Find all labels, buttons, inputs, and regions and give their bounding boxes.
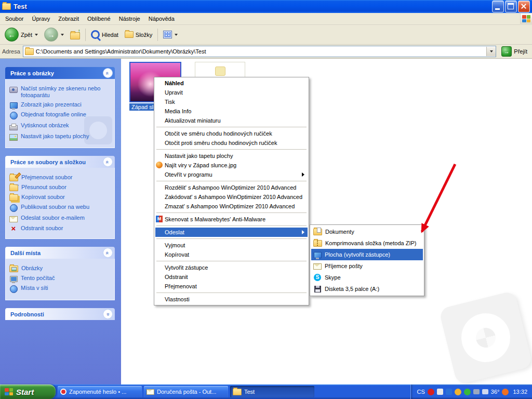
slideshow-icon: [10, 102, 18, 109]
move-icon: [9, 184, 18, 191]
menu-item-scan-virus[interactable]: Najít viry v Západ slunce.jpg: [155, 161, 308, 170]
search-label: Hledat: [102, 32, 118, 38]
task-copy-file[interactable]: Kopírovat soubor: [9, 194, 112, 201]
volume-tray-icon[interactable]: [473, 389, 480, 394]
search-icon: [91, 30, 100, 39]
network-tray-icon[interactable]: [482, 389, 488, 394]
mail-client-icon: [147, 389, 154, 395]
menu-item-ashampoo-encode[interactable]: Zakódovat' s Ashampoo WinOptimizer 2010 …: [155, 192, 308, 202]
taskbar-task-inbox[interactable]: Doručená pošta - Out...: [144, 386, 228, 397]
tray-icon-blue-z[interactable]: [446, 389, 452, 395]
menu-item-refresh-thumbnail[interactable]: Aktualizovat miniaturu: [155, 116, 308, 125]
taskbar: Start Zapomenuté heslo • ... Doručená po…: [0, 384, 532, 399]
menu-item-cut[interactable]: Vyjmout: [155, 241, 308, 250]
folders-icon: [125, 31, 134, 38]
task-print-picture[interactable]: Vytisknout obrázek: [9, 122, 112, 130]
collapse-chevron-icon[interactable]: «: [103, 68, 113, 78]
back-button[interactable]: ← Zpět: [2, 26, 41, 43]
sendto-zip-folder[interactable]: Komprimovaná složka (metoda ZIP): [311, 237, 423, 249]
task-view-slideshow[interactable]: Zobrazit jako prezentaci: [9, 101, 112, 109]
place-network[interactable]: Místa v síti: [9, 285, 112, 293]
forward-dropdown-icon[interactable]: [61, 34, 64, 36]
folders-button[interactable]: Složky: [122, 30, 155, 39]
menu-nastroje[interactable]: Nástroje: [115, 14, 144, 23]
panel-title: Práce se soubory a složkou: [10, 159, 86, 165]
menu-item-send-to[interactable]: Odeslat: [155, 228, 308, 237]
task-rename-file[interactable]: Přejmenovat soubor: [9, 174, 112, 181]
sendto-skype[interactable]: S Skype: [311, 272, 423, 283]
task-publish-file[interactable]: Publikovat soubor na webu: [9, 204, 112, 212]
collapse-chevron-icon[interactable]: «: [103, 248, 113, 258]
menu-item-media-info[interactable]: Media Info: [155, 107, 308, 116]
menu-item-malwarebytes-scan[interactable]: M Skenovat s Malwarebytes' Anti-Malware: [155, 215, 308, 224]
sendto-documents[interactable]: Dokumenty: [311, 226, 423, 237]
menu-item-rotate-ccw[interactable]: Otočit proti směru chodu hodinových ruči…: [155, 138, 308, 148]
minimize-button[interactable]: [492, 1, 504, 12]
views-button[interactable]: [161, 29, 180, 40]
green-orb-tray-icon[interactable]: [464, 389, 471, 395]
go-icon: →: [501, 46, 512, 57]
menu-zobrazit[interactable]: Zobrazit: [54, 14, 83, 23]
address-dropdown-button[interactable]: [486, 47, 496, 56]
collapse-chevron-icon[interactable]: «: [103, 157, 113, 167]
task-order-prints[interactable]: Objednat fotografie online: [9, 111, 112, 119]
menu-item-delete[interactable]: Odstranit: [155, 272, 308, 282]
expand-chevron-icon[interactable]: «: [103, 309, 113, 319]
firefox-tray-icon[interactable]: [502, 389, 509, 395]
task-email-file[interactable]: Odeslat soubor e-mailem: [9, 215, 112, 222]
sendto-floppy[interactable]: Disketa 3,5 palce (A:): [311, 283, 423, 295]
task-acquire-images[interactable]: Načíst snímky ze skeneru nebo fotoaparát…: [9, 85, 112, 99]
address-field: [23, 46, 496, 57]
menu-item-rename[interactable]: Přejmenovat: [155, 282, 308, 291]
menu-oblibene[interactable]: Oblíbené: [83, 14, 115, 23]
place-pictures[interactable]: Obrázky: [9, 265, 112, 272]
menu-napoveda[interactable]: Nápověda: [144, 14, 179, 23]
go-button[interactable]: → Přejít: [499, 45, 530, 58]
menu-soubor[interactable]: Soubor: [1, 14, 28, 23]
alert-tray-icon[interactable]: [428, 389, 434, 395]
menu-item-edit[interactable]: Upravit: [155, 88, 308, 97]
menu-item-print[interactable]: Tisk: [155, 97, 308, 107]
sendto-desktop-shortcut[interactable]: Plocha (vytvořit zástupce): [311, 249, 423, 260]
back-dropdown-icon[interactable]: [35, 34, 38, 36]
views-dropdown-icon[interactable]: [175, 34, 178, 36]
window-title: Test: [14, 3, 491, 10]
windows-logo-icon: [520, 14, 532, 24]
shield-tray-icon[interactable]: [455, 389, 461, 395]
address-input[interactable]: [36, 47, 484, 56]
menu-separator: [156, 225, 307, 226]
antivirus-icon: [156, 162, 163, 168]
task-set-wallpaper[interactable]: Nastavit jako tapetu plochy: [9, 133, 112, 141]
sendto-mail-recipient[interactable]: Příjemce pošty: [311, 260, 423, 272]
panel-picture-tasks-header[interactable]: Práce s obrázky «: [5, 67, 115, 79]
search-button[interactable]: Hledat: [88, 29, 121, 41]
task-move-file[interactable]: Přesunout soubor: [9, 184, 112, 191]
address-bar: Adresa → Přejít: [0, 45, 532, 59]
standard-toolbar: ← Zpět → Hledat Složky: [0, 25, 532, 45]
menu-item-preview[interactable]: Náhled: [155, 78, 308, 88]
place-my-computer[interactable]: Tento počítač: [9, 275, 112, 282]
close-button[interactable]: [518, 1, 530, 12]
language-indicator[interactable]: CS: [417, 389, 425, 395]
menu-item-create-shortcut[interactable]: Vytvořit zástupce: [155, 263, 308, 272]
menu-item-set-wallpaper[interactable]: Nastavit jako tapetu plochy: [155, 151, 308, 161]
panel-details-header[interactable]: Podrobnosti «: [5, 308, 115, 320]
menu-item-rotate-cw[interactable]: Otočit ve směru chodu hodinových ručiček: [155, 129, 308, 138]
taskbar-task-password[interactable]: Zapomenuté heslo • ...: [58, 386, 142, 397]
menu-upravy[interactable]: Úpravy: [28, 14, 54, 23]
start-button[interactable]: Start: [0, 384, 56, 399]
panel-file-tasks-header[interactable]: Práce se soubory a složkou «: [5, 156, 115, 168]
taskbar-task-test[interactable]: Test: [230, 386, 314, 397]
panel-other-places-header[interactable]: Další místa «: [5, 247, 115, 259]
menu-item-copy[interactable]: Kopírovat: [155, 250, 308, 259]
up-button[interactable]: [68, 29, 83, 41]
menu-item-ashampoo-erase[interactable]: Zmazat' s Ashampoo WinOptimizer 2010 Adv…: [155, 202, 308, 211]
tray-icon-white[interactable]: [437, 389, 443, 395]
maximize-button[interactable]: [505, 1, 517, 12]
menu-separator: [156, 238, 307, 239]
task-delete-file[interactable]: × Odstranit soubor: [9, 225, 112, 232]
forward-button[interactable]: →: [42, 26, 66, 43]
menu-item-properties[interactable]: Vlastnosti: [155, 295, 308, 304]
menu-item-ashampoo-split[interactable]: Rozdělit' s Ashampoo WinOptimizer 2010 A…: [155, 183, 308, 192]
menu-item-open-with[interactable]: Otevřít v programu: [155, 170, 308, 179]
